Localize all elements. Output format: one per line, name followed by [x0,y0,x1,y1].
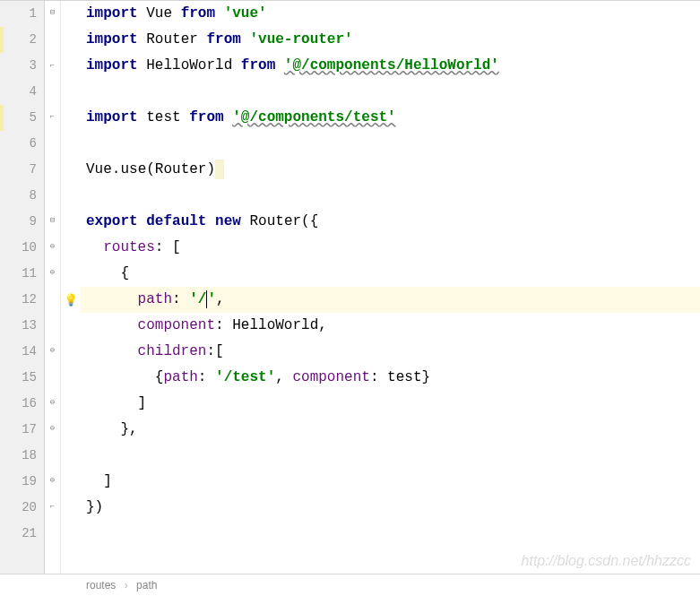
lightbulb-icon[interactable]: 💡 [64,293,76,306]
fold-gutter: ⊟ ⌐ ⌐ ⊟ ⊖ ⊖ ⊖ ⊖ ⊖ ⊖ ⌐ [45,1,61,574]
code-line[interactable] [81,443,700,469]
fold-handle-icon[interactable]: ⊖ [48,425,57,435]
line-number: 9 [0,209,37,235]
line-number: 5 [0,105,37,131]
code-line[interactable]: import HelloWorld from '@/components/Hel… [81,53,700,79]
line-number: 18 [0,443,37,469]
code-line[interactable]: { [81,261,700,287]
breadcrumb-item[interactable]: path [136,579,157,592]
line-number: 12 [0,287,37,313]
line-number: 13 [0,313,37,339]
line-number: 8 [0,183,37,209]
breadcrumb-item[interactable]: routes [86,579,116,592]
code-line-active[interactable]: path: '/', [81,287,700,313]
fold-end-icon: ⌐ [48,503,57,513]
line-number: 4 [0,79,37,105]
line-number: 2 [0,27,37,53]
code-line[interactable]: {path: '/test', component: test} [81,365,700,391]
line-number: 19 [0,469,37,495]
fold-handle-icon[interactable]: ⊖ [48,269,57,279]
hint-gutter: 💡 [61,1,81,574]
code-line[interactable] [81,79,700,105]
code-line[interactable]: children:[ [81,339,700,365]
code-line[interactable]: import Router from 'vue-router' [81,27,700,53]
code-line[interactable]: import test from '@/components/test' [81,105,700,131]
line-number: 20 [0,495,37,521]
line-number: 16 [0,391,37,417]
trailing-space-highlight [215,160,224,179]
fold-end-icon: ⌐ [48,113,57,123]
code-line[interactable] [81,131,700,157]
line-number: 1 [0,1,37,27]
breadcrumb[interactable]: routes › path [0,574,700,595]
code-line[interactable] [81,183,700,209]
line-number: 15 [0,365,37,391]
code-line[interactable]: export default new Router({ [81,209,700,235]
fold-handle-icon[interactable]: ⊖ [48,347,57,357]
code-line[interactable] [81,521,700,547]
fold-end-icon: ⌐ [48,62,57,72]
code-line[interactable]: ] [81,391,700,417]
line-number: 21 [0,521,37,547]
fold-handle-icon[interactable]: ⊖ [48,477,57,487]
code-line[interactable]: Vue.use(Router) [81,157,700,183]
fold-handle-icon[interactable]: ⊖ [48,399,57,409]
line-number: 17 [0,417,37,443]
fold-toggle-icon[interactable]: ⊟ [48,9,57,19]
line-number: 3 [0,53,37,79]
line-number: 14 [0,339,37,365]
code-line[interactable]: ] [81,469,700,495]
code-line[interactable]: import Vue from 'vue' [81,1,700,27]
line-number: 7 [0,157,37,183]
line-number: 11 [0,261,37,287]
fold-toggle-icon[interactable]: ⊟ [48,217,57,227]
fold-handle-icon[interactable]: ⊖ [48,243,57,253]
code-line[interactable]: routes: [ [81,235,700,261]
code-line[interactable]: }) [81,495,700,521]
line-number: 10 [0,235,37,261]
code-area[interactable]: import Vue from 'vue' import Router from… [81,1,700,574]
line-number-gutter: 1 2 3 4 5 6 7 8 9 10 11 12 13 14 15 16 1… [0,1,45,574]
code-editor: 1 2 3 4 5 6 7 8 9 10 11 12 13 14 15 16 1… [0,0,700,574]
chevron-right-icon: › [125,579,128,592]
code-line[interactable]: }, [81,417,700,443]
code-line[interactable]: component: HelloWorld, [81,313,700,339]
line-number: 6 [0,131,37,157]
